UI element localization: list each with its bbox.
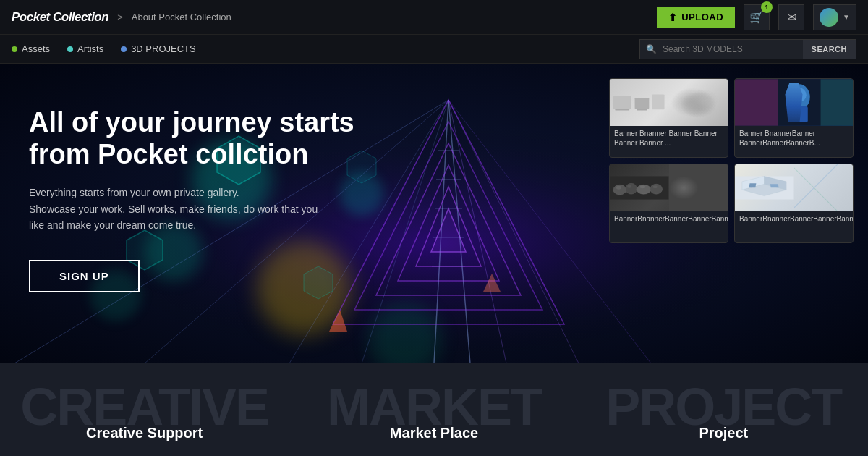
upload-label: UPLOAD <box>681 12 723 22</box>
svg-point-53 <box>639 185 645 188</box>
svg-rect-43 <box>821 79 853 125</box>
hero-subtitle: Everything starts from your own private … <box>29 185 376 233</box>
svg-rect-60 <box>770 184 779 187</box>
creative-support-label: Creative Support <box>86 425 203 442</box>
banner-card-1[interactable]: Banner Bnanner Banner Banner Banner Bann… <box>609 78 728 158</box>
chevron-down-icon: ▼ <box>843 13 850 21</box>
breadcrumb: About Pocket Collection <box>132 12 231 22</box>
svg-point-48 <box>626 183 637 194</box>
nav-assets[interactable]: Assets <box>12 43 50 54</box>
banner-card-text-4: BannerBnannerBannerBannerBannerBannerBa.… <box>735 211 853 227</box>
mail-button[interactable]: ✉ <box>778 4 804 30</box>
hero-subtitle-line1: Everything starts from your own private … <box>29 187 239 198</box>
banner-card-text-1: Banner Bnanner Banner Banner Banner Bann… <box>610 126 728 151</box>
banner-card-image-3 <box>610 164 728 211</box>
avatar-menu[interactable]: ▼ <box>813 4 856 30</box>
svg-point-44 <box>792 88 807 102</box>
market-place-label: Market Place <box>390 425 478 442</box>
svg-rect-41 <box>791 106 808 122</box>
breadcrumb-separator: > <box>117 12 123 22</box>
banner-card-3[interactable]: BannerBnannerBannerBannerBannerBannerBa.… <box>609 164 728 243</box>
hero-section: All of your journey starts from Pocket c… <box>0 64 868 363</box>
nav-dot-assets <box>12 46 17 52</box>
nav-3dprojects[interactable]: 3D PROJECTS <box>121 43 196 54</box>
avatar <box>820 8 838 27</box>
cart-icon: 🛒 <box>749 10 764 24</box>
svg-point-52 <box>627 185 631 188</box>
search-icon: 🔍 <box>640 44 663 54</box>
search-bar: 🔍 SEARCH <box>639 39 856 59</box>
upload-button[interactable]: ⬆ UPLOAD <box>657 7 735 28</box>
hero-subtitle-line2: Showcase your work. Sell works, make fri… <box>29 203 318 215</box>
nav-dot-artists <box>67 46 73 52</box>
navigation-bar: Assets Artists 3D PROJECTS 🔍 SEARCH <box>0 35 868 64</box>
creative-support-card[interactable]: CREATIVE Creative Support <box>0 363 289 456</box>
svg-point-45 <box>794 90 800 97</box>
svg-point-40 <box>788 84 810 110</box>
banner-card-4[interactable]: BannerBnannerBannerBannerBannerBannerBa.… <box>734 164 854 243</box>
search-button[interactable]: SEARCH <box>803 40 856 59</box>
svg-rect-38 <box>637 109 647 110</box>
nav-dot-3dprojects <box>121 46 127 52</box>
project-label: Project <box>699 425 748 442</box>
logo[interactable]: Pocket Collection <box>12 10 109 25</box>
banner-card-2[interactable]: Banner BnannerBanner BannerBannerBannerB… <box>734 78 854 158</box>
upload-icon: ⬆ <box>668 12 678 23</box>
nav-artists-label: Artists <box>77 43 103 54</box>
svg-rect-35 <box>635 98 650 109</box>
svg-rect-59 <box>749 183 756 187</box>
banner-card-image-1 <box>610 79 728 126</box>
search-input[interactable] <box>663 44 803 54</box>
svg-point-50 <box>650 184 663 194</box>
market-place-card[interactable]: MARKET Market Place <box>289 363 579 456</box>
banner-card-text-3: BannerBnannerBannerBannerBannerBannerBa.… <box>610 211 728 227</box>
cart-badge: 1 <box>761 1 773 13</box>
cart-button[interactable]: 🛒 1 <box>744 4 770 30</box>
svg-rect-42 <box>735 79 778 125</box>
svg-point-54 <box>653 185 658 188</box>
bottom-section: CREATIVE Creative Support MARKET Market … <box>0 363 868 456</box>
hero-title: All of your journey starts from Pocket c… <box>29 107 376 170</box>
banner-card-image-4 <box>735 164 853 211</box>
banner-cards-grid: Banner Bnanner Banner Banner Banner Bann… <box>609 78 854 243</box>
nav-assets-label: Assets <box>22 43 50 54</box>
hero-content: All of your journey starts from Pocket c… <box>0 64 405 336</box>
svg-rect-34 <box>613 96 631 109</box>
hero-subtitle-line3: like and make your dream come true. <box>29 219 196 231</box>
banner-card-image-2 <box>735 79 853 126</box>
nav-artists[interactable]: Artists <box>67 43 103 54</box>
svg-rect-36 <box>652 94 664 109</box>
mail-icon: ✉ <box>787 10 796 24</box>
header: Pocket Collection > About Pocket Collect… <box>0 0 868 35</box>
nav-3dprojects-label: 3D PROJECTS <box>131 43 196 54</box>
svg-rect-37 <box>615 109 629 110</box>
svg-point-51 <box>616 186 621 190</box>
signup-button[interactable]: SIGN UP <box>29 260 140 292</box>
project-card[interactable]: PROJECT Project <box>579 363 868 456</box>
banner-card-text-2: Banner BnannerBanner BannerBannerBannerB… <box>735 126 853 151</box>
